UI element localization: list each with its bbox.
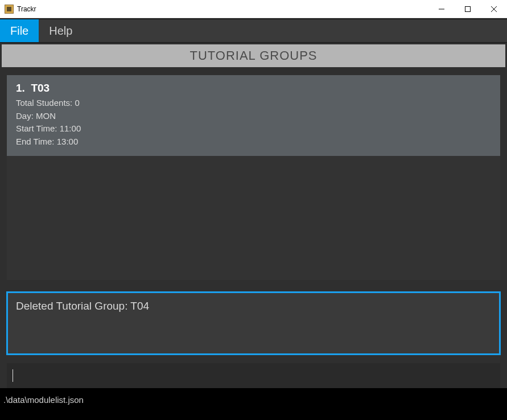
section-header: TUTORIAL GROUPS (2, 44, 505, 67)
group-start-time: Start Time: 11:00 (16, 122, 491, 135)
command-input[interactable] (13, 370, 494, 381)
group-total-students: Total Students: 0 (16, 97, 491, 110)
app-body: File Help TUTORIAL GROUPS 1. T03 Total S… (0, 18, 507, 420)
window-title: Trackr (17, 5, 36, 13)
maximize-button[interactable] (455, 0, 481, 18)
close-button[interactable] (481, 0, 507, 18)
app-icon-inner (7, 7, 11, 11)
svg-rect-1 (465, 6, 471, 11)
title-bar: Trackr (0, 0, 507, 18)
message-text: Deleted Tutorial Group: T04 (16, 300, 491, 312)
group-index: 1. (16, 82, 25, 94)
group-end-time: End Time: 13:00 (16, 135, 491, 149)
group-card[interactable]: 1. T03 Total Students: 0 Day: MON Start … (7, 75, 500, 156)
minimize-button[interactable] (428, 0, 455, 18)
message-panel: Deleted Tutorial Group: T04 (6, 291, 501, 355)
window-controls (428, 0, 507, 18)
menu-bar: File Help (0, 19, 507, 43)
status-bar: .\data\modulelist.json (0, 394, 507, 408)
groups-list: 1. T03 Total Students: 0 Day: MON Start … (7, 75, 500, 280)
group-day: Day: MON (16, 110, 491, 123)
menu-help[interactable]: Help (39, 19, 83, 42)
menu-file[interactable]: File (0, 19, 39, 42)
app-icon (5, 5, 14, 14)
group-name: T03 (31, 82, 50, 94)
group-title: 1. T03 (16, 82, 491, 94)
command-input-container[interactable] (7, 363, 500, 388)
